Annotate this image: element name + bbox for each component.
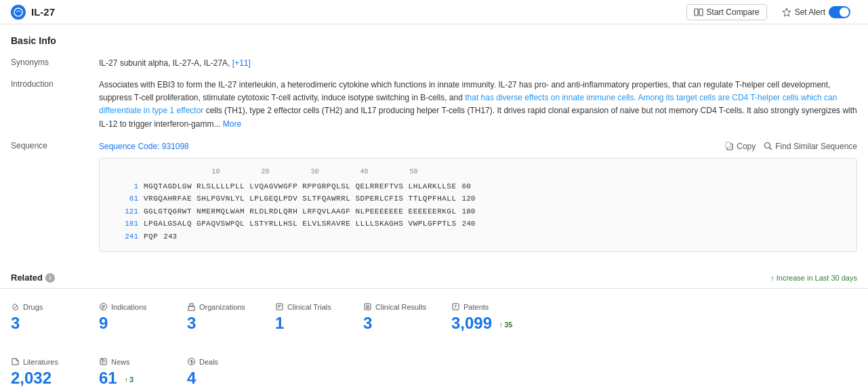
svg-rect-11 (188, 306, 194, 310)
patents-value: 3,099 ↑ 35 (451, 314, 546, 333)
section-title: Basic Info (11, 35, 857, 46)
seq-line-121: 121 GGLGTQGRWT NMERMQLWAM RLDLRDLQRH LRF… (108, 206, 848, 218)
clinical-results-value: 3 (363, 314, 438, 333)
sequence-row: Sequence Sequence Code: 931098 Copy (11, 140, 857, 253)
svg-rect-24 (102, 359, 103, 361)
header-left: IL-27 (11, 5, 55, 20)
patents-icon (451, 302, 460, 311)
svg-point-5 (765, 143, 770, 148)
seq-line-61: 61 VRGQAHRFAE SHLPGVNLYL LPLGEQLPDV SLTF… (108, 193, 848, 205)
svg-rect-1 (695, 9, 698, 16)
svg-rect-2 (699, 9, 703, 16)
sequence-ruler: 10 20 30 40 50 (108, 167, 848, 177)
toggle-knob (840, 7, 849, 17)
copy-sequence-button[interactable]: Copy (725, 142, 756, 151)
alert-toggle[interactable] (829, 6, 850, 18)
patents-badge: ↑ 35 (499, 321, 513, 329)
patents-label: Patents (451, 302, 546, 311)
more-link[interactable]: More (223, 119, 241, 129)
stat-drugs[interactable]: Drugs 3 (11, 297, 99, 344)
indications-label: Indications (99, 302, 173, 311)
header-right: Start Compare Set Alert (686, 3, 857, 21)
sequence-actions: Copy Find Similar Sequence (725, 142, 857, 151)
stat-patents[interactable]: Patents 3,099 ↑ 35 (451, 297, 560, 344)
seq-line-1: 1 MGQTAGDLGW RLSLLLLPLL LVQAGVWGFP RPPGR… (108, 181, 848, 192)
seq-line-241: 241 PQP 243 (108, 231, 848, 243)
deals-value: 4 (187, 369, 262, 387)
organizations-label: Organizations (187, 302, 262, 311)
synonyms-row: Synonyms IL-27 subunit alpha, IL-27-A, I… (11, 57, 857, 69)
svg-point-0 (14, 8, 22, 16)
set-alert-button[interactable]: Set Alert (775, 3, 857, 21)
stat-news[interactable]: News 61 ↑ 3 (99, 352, 187, 387)
sequence-header: Sequence Code: 931098 Copy (99, 140, 857, 152)
lit-icon (11, 357, 20, 366)
results-icon (363, 302, 372, 311)
header: IL-27 Start Compare Set Alert (0, 0, 868, 24)
related-info-icon[interactable]: i (45, 273, 55, 283)
sequence-value: Sequence Code: 931098 Copy (99, 140, 857, 253)
copy-icon (725, 142, 734, 150)
svg-rect-4 (726, 142, 730, 148)
drugs-label: Drugs (11, 302, 85, 311)
drugs-value: 3 (11, 314, 85, 333)
clinical-results-label: Clinical Results (363, 302, 438, 311)
synonyms-label: Synonyms (11, 57, 99, 67)
increase-label: ↑ Increase in Last 30 days (770, 274, 857, 282)
find-similar-icon (764, 142, 772, 150)
main-content: Basic Info Synonyms IL-27 subunit alpha,… (0, 24, 868, 252)
alert-icon (782, 7, 791, 17)
page-title: IL-27 (31, 6, 55, 18)
stat-deals[interactable]: Deals 4 (187, 352, 275, 387)
clinical-trials-value: 1 (275, 314, 350, 333)
introduction-value: Associates with EBI3 to form the IL-27 i… (99, 79, 857, 131)
stat-clinical-trials[interactable]: Clinical Trials 1 (275, 297, 363, 344)
indications-value: 9 (99, 314, 173, 333)
stats-grid: Drugs 3 Indications 9 (0, 289, 868, 344)
svg-rect-20 (100, 359, 106, 365)
basic-info-section: Basic Info Synonyms IL-27 subunit alpha,… (11, 35, 857, 252)
intro-highlight: that has diverse effects on innate immun… (99, 93, 837, 115)
indications-icon (99, 302, 108, 311)
sequence-code-link[interactable]: Sequence Code: 931098 (99, 140, 189, 152)
news-label: News (99, 357, 173, 366)
compare-icon (694, 7, 703, 17)
trials-icon (275, 302, 284, 311)
app-logo (11, 5, 26, 20)
clinical-trials-label: Clinical Trials (275, 302, 350, 311)
literatures-label: Literatures (11, 357, 85, 366)
stats-grid-2: Literatures 2,032 News 61 ↑ 3 (0, 344, 868, 387)
introduction-label: Introduction (11, 79, 99, 89)
organizations-value: 3 (187, 314, 262, 333)
related-section: Related i ↑ Increase in Last 30 days Dru… (0, 266, 868, 387)
introduction-row: Introduction Associates with EBI3 to for… (11, 79, 857, 131)
drug-icon (11, 302, 20, 311)
sequence-box: 10 20 30 40 50 1 MGQTAGDLGW RLSLLLLPLL L… (99, 158, 857, 253)
related-header: Related i ↑ Increase in Last 30 days (0, 266, 868, 289)
deals-icon (187, 357, 196, 366)
svg-line-6 (14, 306, 17, 308)
seq-line-181: 181 LPGALGSALQ GPAQVSWPQL LSTYRLLHSL ELV… (108, 218, 848, 230)
news-value: 61 ↑ 3 (99, 369, 173, 387)
related-title: Related i (11, 272, 55, 283)
synonyms-more-link[interactable]: [+11] (232, 58, 251, 68)
stat-organizations[interactable]: Organizations 3 (187, 297, 275, 344)
stat-clinical-results[interactable]: Clinical Results 3 (363, 297, 451, 344)
stat-indications[interactable]: Indications 9 (99, 297, 187, 344)
svg-rect-12 (190, 304, 193, 306)
news-badge: ↑ 3 (124, 375, 133, 384)
find-similar-button[interactable]: Find Similar Sequence (764, 142, 857, 151)
start-compare-button[interactable]: Start Compare (686, 4, 767, 20)
literatures-value: 2,032 (11, 369, 85, 387)
synonyms-value: IL-27 subunit alpha, IL-27-A, IL-27A, [+… (99, 57, 857, 69)
deals-label: Deals (187, 357, 262, 366)
org-icon (187, 302, 196, 311)
sequence-label: Sequence (11, 140, 99, 150)
news-icon (99, 357, 108, 366)
stat-literatures[interactable]: Literatures 2,032 (11, 352, 99, 387)
